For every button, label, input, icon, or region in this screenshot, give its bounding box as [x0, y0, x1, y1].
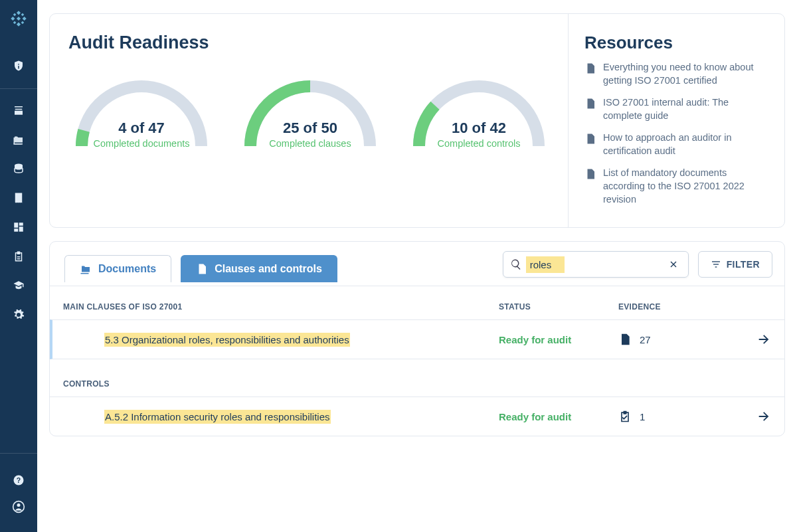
page-title: Audit Readiness — [68, 33, 552, 53]
open-row-button[interactable] — [751, 332, 771, 347]
search-box[interactable] — [503, 251, 689, 278]
svg-rect-0 — [17, 11, 21, 15]
resources-panel: Resources Everything you need to know ab… — [568, 14, 784, 227]
search-input[interactable] — [526, 256, 565, 273]
sidebar-item-receipt[interactable] — [0, 183, 37, 213]
svg-text:?: ? — [17, 476, 21, 484]
sidebar-item-training[interactable] — [0, 271, 37, 300]
close-icon — [668, 259, 679, 270]
row-status: Ready for audit — [499, 411, 618, 422]
filter-label: FILTER — [727, 259, 760, 270]
resource-link[interactable]: How to approach an auditor in certificat… — [584, 132, 768, 157]
gauge-count: 10 of 42 — [406, 120, 552, 137]
gauge-label: Completed documents — [68, 138, 215, 149]
sidebar-item-folders[interactable] — [0, 125, 37, 154]
app-logo — [9, 9, 28, 28]
file-icon — [584, 133, 596, 145]
svg-rect-3 — [23, 17, 27, 21]
tabs: Documents Clauses and controls — [64, 255, 337, 282]
svg-rect-8 — [21, 21, 25, 25]
svg-rect-4 — [17, 17, 21, 21]
file-icon — [584, 98, 596, 110]
sidebar-item-dashboard[interactable] — [0, 213, 37, 242]
sidebar: ? — [0, 0, 37, 532]
arrow-right-icon — [756, 409, 771, 424]
resource-text: Everything you need to know about gettin… — [603, 61, 768, 87]
row-name: A.5.2 Information security roles and res… — [63, 411, 499, 422]
arrow-right-icon — [756, 332, 771, 347]
resource-link[interactable]: List of mandatory documents according to… — [584, 167, 768, 206]
file-icon — [584, 62, 596, 74]
clear-search-button[interactable] — [665, 256, 681, 272]
svg-rect-7 — [13, 21, 17, 25]
resources-title: Resources — [584, 33, 768, 53]
toolbar: Documents Clauses and controls F — [50, 242, 784, 286]
search-icon — [510, 258, 522, 270]
gauge-label: Completed controls — [406, 138, 552, 149]
resource-link[interactable]: Everything you need to know about gettin… — [584, 61, 768, 87]
file-icon — [618, 333, 632, 346]
row-name: 5.3 Organizational roles, responsibiliti… — [63, 334, 499, 345]
svg-rect-6 — [21, 13, 25, 17]
sidebar-item-inbox[interactable] — [0, 96, 37, 125]
resource-link[interactable]: ISO 27001 internal audit: The complete g… — [584, 96, 768, 122]
clause-row[interactable]: 5.3 Organizational roles, responsibiliti… — [50, 319, 784, 359]
tab-clauses-controls[interactable]: Clauses and controls — [181, 255, 337, 282]
column-header-name: MAIN CLAUSES OF ISO 27001 — [63, 302, 499, 311]
resource-text: List of mandatory documents according to… — [603, 167, 768, 206]
sidebar-item-account[interactable] — [0, 493, 37, 520]
file-icon — [584, 168, 596, 180]
filter-button[interactable]: FILTER — [698, 251, 772, 278]
gauge-controls: 10 of 42 Completed controls — [406, 66, 552, 153]
column-header-status: STATUS — [499, 302, 618, 311]
gauge-count: 4 of 47 — [68, 120, 215, 137]
tab-label: Documents — [98, 263, 156, 275]
audit-readiness-card: Audit Readiness 4 of 47 Completed docume… — [49, 13, 785, 228]
main-content: Audit Readiness 4 of 47 Completed docume… — [37, 0, 797, 532]
row-evidence: 27 — [618, 333, 751, 346]
open-row-button[interactable] — [751, 409, 771, 424]
resource-text: How to approach an auditor in certificat… — [603, 132, 768, 157]
control-row[interactable]: A.5.2 Information security roles and res… — [50, 397, 784, 436]
gauges-row: 4 of 47 Completed documents — [68, 66, 552, 153]
clauses-card: Documents Clauses and controls F — [49, 241, 785, 436]
resource-text: ISO 27001 internal audit: The complete g… — [603, 96, 768, 122]
sidebar-item-security[interactable] — [0, 43, 37, 89]
gauge-clauses: 25 of 50 Completed clauses — [237, 66, 383, 153]
documents-icon — [80, 263, 92, 275]
svg-rect-5 — [13, 13, 17, 17]
sidebar-item-help[interactable]: ? — [0, 467, 37, 493]
svg-rect-2 — [11, 17, 15, 21]
sidebar-item-database[interactable] — [0, 154, 37, 183]
task-icon — [618, 410, 632, 423]
section-header-clauses: MAIN CLAUSES OF ISO 27001 STATUS EVIDENC… — [50, 286, 784, 319]
readiness-panel: Audit Readiness 4 of 47 Completed docume… — [50, 14, 568, 227]
svg-point-13 — [17, 503, 21, 507]
tab-label: Clauses and controls — [215, 263, 322, 275]
evidence-count: 1 — [640, 411, 645, 422]
sidebar-nav — [0, 43, 37, 329]
sidebar-item-settings[interactable] — [0, 300, 37, 329]
sidebar-item-clipboard[interactable] — [0, 242, 37, 271]
column-header-name: CONTROLS — [63, 379, 499, 389]
gauge-label: Completed clauses — [237, 138, 383, 149]
clauses-icon — [196, 263, 208, 275]
row-status: Ready for audit — [499, 334, 618, 345]
sidebar-footer: ? — [0, 453, 37, 532]
gauge-count: 25 of 50 — [237, 120, 383, 137]
svg-rect-1 — [17, 23, 21, 27]
filter-icon — [711, 259, 721, 270]
tab-documents[interactable]: Documents — [64, 255, 171, 282]
column-header-evidence: EVIDENCE — [618, 302, 771, 311]
section-header-controls: CONTROLS — [50, 359, 784, 397]
evidence-count: 27 — [640, 334, 651, 345]
row-evidence: 1 — [618, 410, 751, 423]
gauge-documents: 4 of 47 Completed documents — [68, 66, 215, 153]
